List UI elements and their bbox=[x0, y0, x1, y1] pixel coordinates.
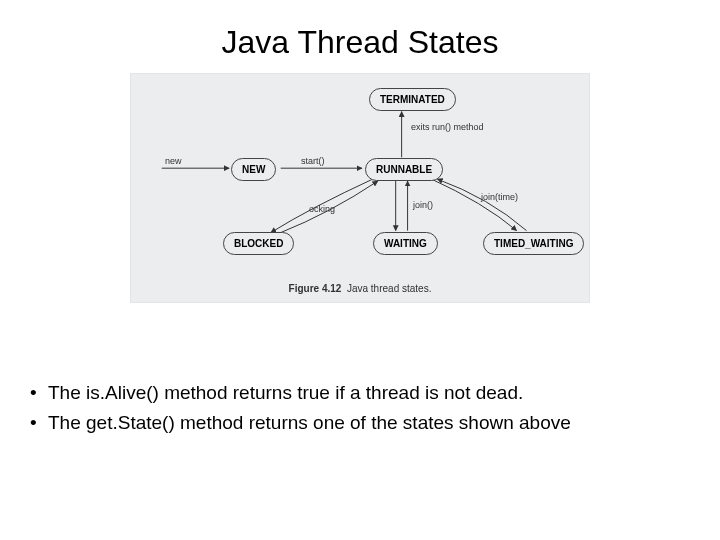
edge-join-time: join(time) bbox=[481, 192, 518, 202]
state-diagram: TERMINATED NEW RUNNABLE BLOCKED WAITING … bbox=[131, 74, 589, 302]
edge-exits-run: exits run() method bbox=[411, 122, 484, 132]
bullet-list: The is.Alive() method returns true if a … bbox=[30, 380, 690, 439]
state-timed-waiting: TIMED_WAITING bbox=[483, 232, 584, 255]
figure-caption: Figure 4.12 Java thread states. bbox=[131, 283, 589, 294]
state-terminated: TERMINATED bbox=[369, 88, 456, 111]
edge-locking: ocking bbox=[309, 204, 335, 214]
bullet-item: The get.State() method returns one of th… bbox=[30, 410, 690, 436]
slide-title: Java Thread States bbox=[0, 0, 720, 73]
figure-caption-text: Java thread states. bbox=[347, 283, 432, 294]
diagram-container: TERMINATED NEW RUNNABLE BLOCKED WAITING … bbox=[130, 73, 590, 303]
state-blocked: BLOCKED bbox=[223, 232, 294, 255]
state-waiting: WAITING bbox=[373, 232, 438, 255]
figure-number: Figure 4.12 bbox=[289, 283, 342, 294]
diagram-arrows bbox=[131, 74, 589, 302]
edge-new: new bbox=[165, 156, 182, 166]
bullet-item: The is.Alive() method returns true if a … bbox=[30, 380, 690, 406]
state-new: NEW bbox=[231, 158, 276, 181]
edge-start: start() bbox=[301, 156, 325, 166]
state-runnable: RUNNABLE bbox=[365, 158, 443, 181]
edge-join: join() bbox=[413, 200, 433, 210]
